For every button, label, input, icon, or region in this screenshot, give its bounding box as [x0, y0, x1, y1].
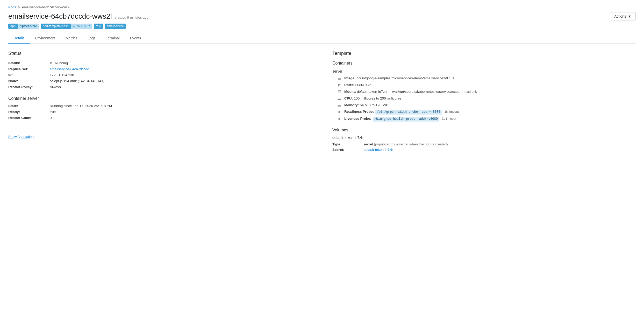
replica-set-link[interactable]: emailservice-64cb7dccdc — [50, 67, 89, 71]
prop-liveness-probe: ■ Liveness Probe: /bin/grpc_health_probe… — [337, 116, 636, 122]
prop-liveness-probe-text: Liveness Probe: /bin/grpc_health_probe -… — [344, 116, 456, 122]
tag-pod-template-hash: pod-template-hash 2076387787 — [41, 24, 92, 29]
liveness-timeout: 1s timeout — [442, 117, 456, 121]
container-properties: ☰ Image: gcr.io/google-samples/microserv… — [337, 76, 636, 122]
prop-memory-text: Memory: 64 MiB to 128 MiB — [344, 103, 388, 108]
chevron-down-icon: ▼ — [628, 14, 631, 18]
containers-label: Containers — [332, 61, 636, 66]
read-only-badge: read-only — [464, 90, 477, 94]
container-name: server — [332, 69, 636, 73]
state-label: State: — [8, 104, 50, 108]
liveness-probe-code: /bin/grpc_health_probe -addr=:8080 — [373, 117, 439, 122]
breadcrumb-separator: > — [18, 5, 20, 9]
restart-count-label: Restart Count: — [8, 116, 50, 120]
ip-label: IP: — [8, 73, 50, 77]
prop-mount: ☰ Mount: default-token-ln7zh → /var/run/… — [337, 89, 636, 94]
status-section-title: Status — [8, 51, 311, 56]
tag-emailservice-label: emailservice — [105, 24, 126, 29]
prop-ports: ◤ Ports: 8080/TCP — [337, 83, 636, 88]
left-panel: Status Status: ↺ Running Replica Set: em… — [8, 51, 322, 154]
replica-set-value: emailservice-64cb7dccdc — [50, 67, 311, 71]
status-label: Status: — [8, 61, 50, 65]
tab-events[interactable]: Events — [125, 33, 146, 44]
volume-type-label: Type: — [332, 142, 363, 146]
mount-icon: ☰ — [337, 90, 342, 94]
tab-logs[interactable]: Logs — [83, 33, 101, 44]
state-value: Running since Jan 17, 2020 2:21:18 PM — [50, 104, 311, 108]
status-detail-grid: Status: ↺ Running Replica Set: emailserv… — [8, 61, 311, 89]
prop-readiness-probe-text: Readiness Probe: /bin/grpc_health_probe … — [344, 109, 459, 115]
liveness-probe-icon: ■ — [337, 117, 342, 121]
tag-role-label: role — [94, 24, 103, 29]
volume-secret-label: Secret: — [332, 148, 363, 152]
tab-terminal[interactable]: Terminal — [101, 33, 125, 44]
volume-detail-grid: Type: secret (populated by a secret when… — [332, 142, 636, 152]
ready-label: Ready: — [8, 110, 50, 114]
prop-cpu-text: CPU: 100 millicores to 200 millicores — [344, 96, 402, 101]
page-title-area: emailservice-64cb7dccdc-wws2l created 9 … — [8, 12, 148, 20]
breadcrumb-current: emailservice-64cb7dccdc-wws2l — [22, 5, 70, 9]
tag-app: app hipster-store — [8, 24, 39, 29]
ports-icon: ◤ — [337, 83, 342, 87]
container-server-title: Container server — [8, 96, 311, 101]
content-area: Status Status: ↺ Running Replica Set: em… — [8, 51, 636, 154]
tabs-bar: Details Environment Metrics Logs Termina… — [8, 33, 636, 44]
restart-policy-label: Restart Policy: — [8, 85, 50, 89]
tag-key-app: app — [8, 24, 18, 29]
tag-emailservice: emailservice — [105, 24, 126, 29]
page-header: emailservice-64cb7dccdc-wws2l created 9 … — [8, 12, 636, 20]
readiness-probe-icon: ■ — [337, 110, 342, 114]
node-label: Node: — [8, 79, 50, 83]
tag-key-pod-template-hash: pod-template-hash — [41, 24, 71, 29]
tag-val-hipster-store: hipster-store — [18, 24, 39, 29]
tag-role: role — [94, 24, 103, 29]
right-panel: Template Containers server ☰ Image: gcr.… — [322, 51, 636, 154]
breadcrumb-pods-link[interactable]: Pods — [8, 5, 16, 9]
prop-memory: ▬ Memory: 64 MiB to 128 MiB — [337, 103, 636, 108]
prop-mount-text: Mount: default-token-ln7zh → /var/run/se… — [344, 89, 477, 94]
page-subtitle: created 9 minutes ago — [115, 16, 148, 19]
readiness-probe-code: /bin/grpc_health_probe -addr=:8080 — [375, 110, 442, 115]
volume-secret-link[interactable]: default-token-ln7zh — [363, 148, 393, 152]
volume-type-value: secret (populated by a secret when the p… — [363, 142, 636, 146]
template-title: Template — [332, 51, 636, 56]
tag-val-pod-template-hash: 2076387787 — [71, 24, 92, 29]
tab-metrics[interactable]: Metrics — [60, 33, 82, 44]
memory-icon: ▬ — [337, 103, 342, 107]
cpu-icon: ▬ — [337, 96, 342, 101]
tags-row: app hipster-store pod-template-hash 2076… — [8, 24, 636, 29]
running-icon: ↺ — [50, 61, 53, 65]
layers-icon: ☰ — [337, 76, 342, 80]
status-value: ↺ Running — [50, 61, 311, 65]
prop-cpu: ▬ CPU: 100 millicores to 200 millicores — [337, 96, 636, 101]
actions-button[interactable]: Actions ▼ — [610, 12, 636, 20]
restart-count-value: 0 — [50, 116, 311, 120]
show-annotations-button[interactable]: Show Annotations — [8, 135, 35, 139]
restart-policy-value: Always — [50, 85, 311, 89]
volume-secret-value: default-token-ln7zh — [363, 148, 636, 152]
replica-set-label: Replica Set: — [8, 67, 50, 71]
breadcrumb: Pods > emailservice-64cb7dccdc-wws2l — [8, 5, 636, 9]
tab-environment[interactable]: Environment — [30, 33, 61, 44]
node-value: ociopf-p-194.dmz (142.34.143.141) — [50, 79, 311, 83]
prop-readiness-probe: ■ Readiness Probe: /bin/grpc_health_prob… — [337, 109, 636, 115]
readiness-timeout: 1s timeout — [444, 110, 459, 114]
tab-details[interactable]: Details — [8, 33, 30, 44]
page-title: emailservice-64cb7dccdc-wws2l — [8, 12, 112, 20]
volumes-title: Volumes — [332, 128, 636, 132]
container-server-grid: State: Running since Jan 17, 2020 2:21:1… — [8, 104, 311, 120]
prop-ports-text: Ports: 8080/TCP — [344, 83, 371, 88]
volume-name: default-token-ln7zh — [332, 136, 636, 140]
ip-value: 172.51.124.230 — [50, 73, 311, 77]
actions-button-label: Actions — [614, 14, 626, 18]
prop-image-text: Image: gcr.io/google-samples/microservic… — [344, 76, 454, 81]
ready-value: true — [50, 110, 311, 114]
prop-image: ☰ Image: gcr.io/google-samples/microserv… — [337, 76, 636, 81]
volumes-section: Volumes default-token-ln7zh Type: secret… — [332, 128, 636, 152]
